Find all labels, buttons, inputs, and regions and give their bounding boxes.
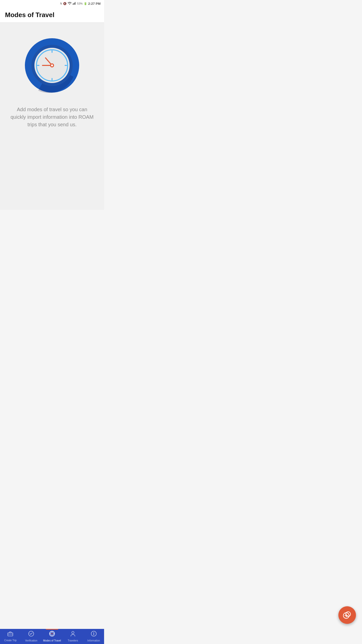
svg-rect-1 <box>73 3 74 5</box>
svg-point-15 <box>51 64 53 66</box>
battery-icon: 🔋 <box>84 2 87 5</box>
description-text: Add modes of travel so you can quickly i… <box>9 106 95 128</box>
signal-icon <box>73 2 76 5</box>
main-content: Add modes of travel so you can quickly i… <box>0 23 104 210</box>
svg-rect-11 <box>65 65 67 66</box>
mute-icon: 🔇 <box>63 2 67 5</box>
clock-illustration <box>24 38 80 93</box>
svg-rect-10 <box>37 65 39 66</box>
page-title: Modes of Travel <box>5 11 99 19</box>
app-header: Modes of Travel <box>0 7 104 23</box>
time-display: 2:27 PM <box>88 2 101 6</box>
wifi-icon <box>68 2 72 5</box>
status-icons: N 🔇 53% 🔋 2:27 PM <box>60 2 101 6</box>
status-bar: N 🔇 53% 🔋 2:27 PM <box>0 0 104 7</box>
svg-rect-2 <box>74 3 75 5</box>
svg-rect-9 <box>52 78 53 80</box>
svg-rect-0 <box>73 4 73 5</box>
svg-rect-8 <box>52 50 53 53</box>
nfc-icon: N <box>60 2 62 5</box>
svg-rect-3 <box>75 2 75 5</box>
battery-text: 53% <box>77 2 83 5</box>
